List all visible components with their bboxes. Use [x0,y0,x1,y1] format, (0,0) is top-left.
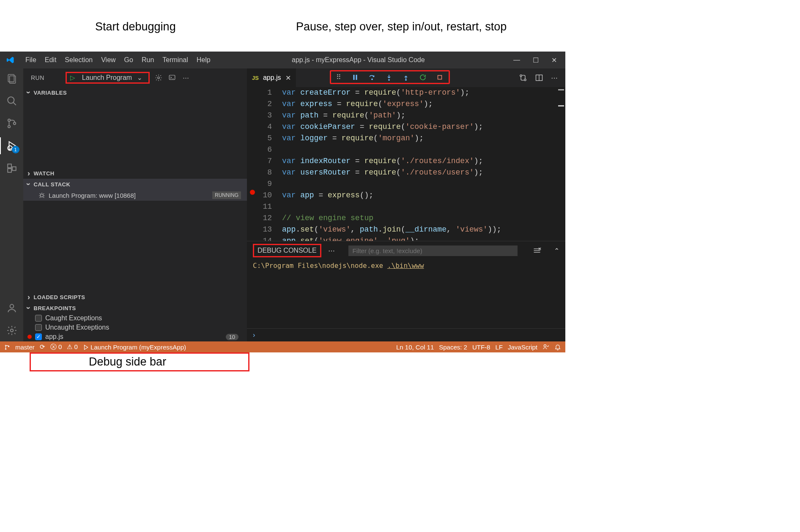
encoding[interactable]: UTF-8 [472,344,490,351]
run-sidebar: RUN ▷ Launch Program ⌄ ⋯ VARIABLES WATCH… [23,68,247,341]
bug-icon [38,192,45,199]
code-line[interactable]: var app = express(); [282,190,565,201]
menu-terminal[interactable]: Terminal [158,52,192,68]
svg-point-6 [13,122,15,124]
tab-close-icon[interactable]: ✕ [285,74,291,82]
window-title: app.js - myExpressApp - Visual Studio Co… [215,56,502,64]
line-number: 9 [258,178,272,190]
code-line[interactable]: var cookieParser = require('cookie-parse… [282,121,565,133]
window-minimize-icon[interactable]: — [513,56,520,64]
search-icon[interactable] [6,95,18,107]
callstack-status: RUNNING [212,191,241,199]
code-line[interactable]: var indexRouter = require('./routes/inde… [282,156,565,167]
stop-icon[interactable] [436,74,444,81]
menu-run[interactable]: Run [137,52,158,68]
branch-name[interactable]: master [15,344,35,351]
debug-console-icon[interactable] [167,74,177,82]
tab-appjs[interactable]: JS app.js ✕ [247,68,296,87]
explorer-icon[interactable] [6,73,18,85]
menu-go[interactable]: Go [120,52,137,68]
line-number: 13 [258,224,272,235]
line-number: 5 [258,133,272,144]
breakpoint-dot-icon [27,335,32,339]
debug-target[interactable]: Launch Program (myExpressApp) [83,344,186,351]
callstack-item[interactable]: Launch Program: www [10868] RUNNING [23,190,247,201]
chevron-down-icon[interactable]: ⌄ [137,74,142,82]
settings-gear-icon[interactable] [6,325,18,336]
drag-handle-icon[interactable]: ⠿ [336,73,342,81]
menu-edit[interactable]: Edit [41,52,61,68]
restart-icon[interactable] [419,74,427,81]
debug-console-filter-input[interactable] [348,246,518,256]
bp-file[interactable]: ✓ app.js 10 [23,332,247,341]
launch-config-selector[interactable]: ▷ Launch Program ⌄ [66,72,150,84]
section-breakpoints[interactable]: BREAKPOINTS [23,303,247,314]
bottom-panel: DEBUG CONSOLE ⋯ ⌃ C:\Program Files\nodej… [247,241,565,341]
accounts-icon[interactable] [6,302,18,314]
menu-file[interactable]: File [21,52,41,68]
editor-tabs: JS app.js ✕ ⠿ ⋯ [247,68,565,87]
extensions-icon[interactable] [6,162,18,174]
feedback-icon[interactable] [542,344,549,350]
window-maximize-icon[interactable]: ☐ [533,56,539,64]
language-mode[interactable]: JavaScript [508,344,537,351]
section-watch[interactable]: WATCH [23,168,247,179]
sync-icon[interactable]: ⟳ [40,343,45,351]
tab-debug-console[interactable]: DEBUG CONSOLE [253,244,321,257]
eol[interactable]: LF [495,344,503,351]
clear-console-icon[interactable] [533,246,541,255]
section-variables[interactable]: VARIABLES [23,87,247,98]
panel-more-icon[interactable]: ⋯ [328,247,335,255]
menu-selection[interactable]: Selection [60,52,97,68]
more-actions-icon[interactable]: ⋯ [551,74,558,82]
step-over-icon[interactable] [368,74,376,81]
code-line[interactable]: var createError = require('http-errors')… [282,87,565,98]
step-into-icon[interactable] [385,74,393,81]
gear-icon[interactable] [154,74,163,82]
code-line[interactable]: var logger = require('morgan'); [282,133,565,144]
code-line[interactable] [282,144,565,156]
cursor-pos[interactable]: Ln 10, Col 11 [396,344,434,351]
source-control-icon[interactable] [6,117,18,129]
window-close-icon[interactable]: ✕ [551,56,557,64]
checkbox-unchecked[interactable] [35,315,42,322]
indent[interactable]: Spaces: 2 [439,344,467,351]
code-line[interactable]: var express = require('express'); [282,98,565,110]
section-callstack[interactable]: CALL STACK [23,179,247,190]
bell-icon[interactable] [554,344,561,350]
line-number: 3 [258,110,272,121]
pause-icon[interactable] [351,74,359,81]
more-icon[interactable]: ⋯ [181,74,190,82]
bp-uncaught[interactable]: Uncaught Exceptions [23,323,247,332]
code-editor[interactable]: 1234567891011121314 var createError = re… [247,87,565,241]
errors-count[interactable]: ⓧ 0 [50,343,62,351]
code-line[interactable]: var path = require('path'); [282,110,565,121]
code-line[interactable] [282,201,565,213]
panel-collapse-icon[interactable]: ⌃ [554,247,559,255]
start-debug-icon[interactable]: ▷ [70,74,75,82]
checkbox-unchecked[interactable] [35,324,42,331]
b

-caught[interactable]: Caught Exceptions [23,314,247,323]
warnings-count[interactable]: ⚠ 0 [67,343,78,351]
step-out-icon[interactable] [402,74,410,81]
code-line[interactable] [282,178,565,190]
compare-icon[interactable] [519,74,527,82]
svg-point-11 [10,304,14,308]
menu-help[interactable]: Help [192,52,215,68]
bp-line-badge: 10 [226,334,238,340]
status-bar: master ⟳ ⓧ 0 ⚠ 0 Launch Program (myExpre… [0,341,565,352]
code-line[interactable]: app.set('views', path.join(__dirname, 'v… [282,224,565,235]
checkbox-checked[interactable]: ✓ [35,333,42,340]
code-line[interactable]: app.set('view engine', 'pug'); [282,235,565,241]
breakpoint-dot-icon[interactable] [250,190,255,195]
branch-icon[interactable] [4,344,10,351]
tab-label: app.js [263,74,281,82]
debug-console-input[interactable]: › [247,328,565,341]
run-debug-icon[interactable]: 1 [6,140,18,152]
split-editor-icon[interactable] [535,74,543,82]
section-loaded-scripts[interactable]: LOADED SCRIPTS [23,292,247,303]
code-line[interactable]: // view engine setup [282,213,565,224]
menu-view[interactable]: View [97,52,120,68]
code-line[interactable]: var usersRouter = require('./routes/user… [282,167,565,178]
svg-point-18 [372,79,373,79]
